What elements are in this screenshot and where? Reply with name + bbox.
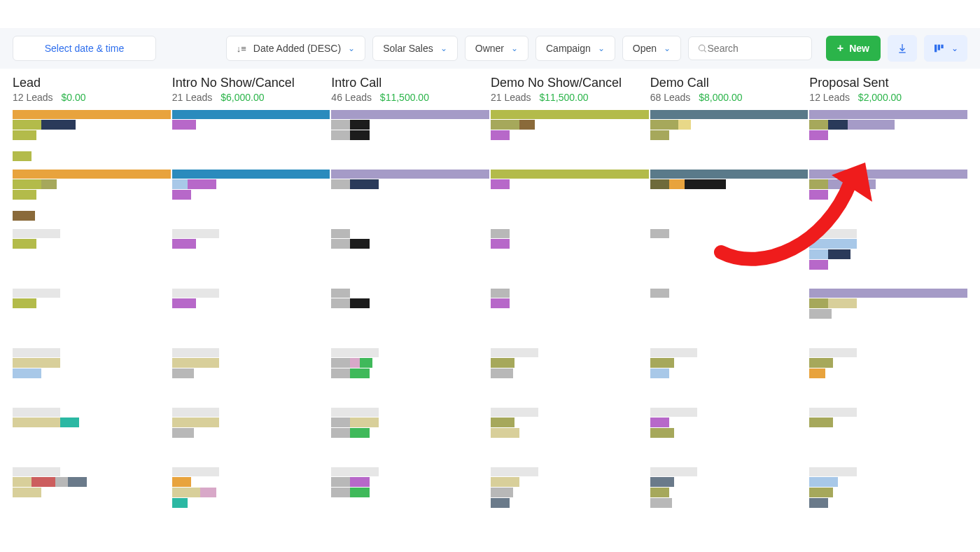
column-meta: 46 Leads $11,500.00 xyxy=(331,92,489,103)
column-meta: 12 Leads $0.00 xyxy=(13,92,171,103)
lead-card[interactable] xyxy=(809,110,967,169)
column-count: 21 Leads xyxy=(491,92,531,103)
lead-card[interactable] xyxy=(331,289,489,347)
lead-card[interactable] xyxy=(331,229,489,288)
search-input-wrap[interactable] xyxy=(688,36,812,60)
kanban-column: Demo Call 68 Leads $8,000.00 xyxy=(650,71,808,527)
status-label: Open xyxy=(633,43,657,54)
lead-card[interactable] xyxy=(172,467,330,526)
lead-card[interactable] xyxy=(650,229,808,288)
owner-label: Owner xyxy=(475,43,504,54)
column-header: Proposal Sent 12 Leads $2,000.00 xyxy=(809,71,967,104)
plus-icon: + xyxy=(837,43,844,54)
lead-card[interactable] xyxy=(172,229,330,288)
column-cards xyxy=(13,110,171,526)
lead-card[interactable] xyxy=(331,348,489,407)
download-icon xyxy=(897,43,908,54)
owner-dropdown[interactable]: Owner ⌄ xyxy=(465,36,528,61)
campaign-dropdown[interactable]: Campaign ⌄ xyxy=(536,36,615,61)
lead-card[interactable] xyxy=(809,229,967,288)
lead-card[interactable] xyxy=(331,467,489,526)
lead-card[interactable] xyxy=(491,289,649,347)
download-button[interactable] xyxy=(888,35,917,62)
lead-card[interactable] xyxy=(809,289,967,347)
new-button[interactable]: + New xyxy=(826,36,881,61)
lead-card[interactable] xyxy=(13,289,171,347)
search-input[interactable] xyxy=(708,43,803,54)
column-value: $11,500.00 xyxy=(540,92,589,103)
lead-card[interactable] xyxy=(172,408,330,467)
lead-card[interactable] xyxy=(331,110,489,169)
lead-card[interactable] xyxy=(650,170,808,228)
column-value: $0.00 xyxy=(62,92,86,103)
lead-card[interactable] xyxy=(491,110,649,169)
lead-card[interactable] xyxy=(13,348,171,407)
column-value: $2,000.00 xyxy=(858,92,902,103)
column-cards xyxy=(491,110,649,526)
lead-card[interactable] xyxy=(13,229,171,288)
column-header: Lead 12 Leads $0.00 xyxy=(13,71,171,104)
sort-dropdown[interactable]: ↓≡ Date Added (DESC) ⌄ xyxy=(226,36,365,61)
column-count: 46 Leads xyxy=(331,92,372,103)
sort-label: Date Added (DESC) xyxy=(253,43,341,54)
lead-card[interactable] xyxy=(650,467,808,526)
kanban-column: Proposal Sent 12 Leads $2,000.00 xyxy=(809,71,967,527)
pipeline-dropdown[interactable]: Solar Sales ⌄ xyxy=(372,36,458,61)
lead-card[interactable] xyxy=(491,348,649,407)
status-dropdown[interactable]: Open ⌄ xyxy=(622,36,681,61)
lead-card[interactable] xyxy=(13,408,171,467)
svg-rect-3 xyxy=(938,45,940,50)
lead-card[interactable] xyxy=(331,408,489,467)
lead-card[interactable] xyxy=(650,110,808,169)
lead-card[interactable] xyxy=(172,110,330,169)
column-cards xyxy=(809,110,967,526)
column-header: Intro No Show/Cancel 21 Leads $6,000.00 xyxy=(172,71,330,104)
lead-card[interactable] xyxy=(809,408,967,467)
top-spacer xyxy=(0,0,980,28)
chevron-down-icon: ⌄ xyxy=(664,43,671,53)
lead-card[interactable] xyxy=(650,348,808,407)
lead-card[interactable] xyxy=(13,467,171,526)
column-title: Demo Call xyxy=(650,76,808,90)
campaign-label: Campaign xyxy=(546,43,591,54)
lead-card[interactable] xyxy=(491,170,649,228)
chevron-down-icon: ⌄ xyxy=(951,43,958,53)
search-icon xyxy=(697,43,707,54)
lead-card[interactable] xyxy=(172,289,330,347)
date-range-button[interactable]: Select date & time xyxy=(13,36,156,61)
column-header: Intro Call 46 Leads $11,500.00 xyxy=(331,71,489,104)
column-header: Demo No Show/Cancel 21 Leads $11,500.00 xyxy=(491,71,649,104)
lead-card[interactable] xyxy=(809,467,967,526)
column-value: $6,000.00 xyxy=(220,92,264,103)
kanban-column: Intro No Show/Cancel 21 Leads $6,000.00 xyxy=(172,71,330,527)
column-cards xyxy=(172,110,330,526)
view-toggle-button[interactable]: ⌄ xyxy=(924,35,967,62)
column-meta: 21 Leads $6,000.00 xyxy=(172,92,330,103)
chevron-down-icon: ⌄ xyxy=(440,43,447,53)
column-value: $11,500.00 xyxy=(380,92,429,103)
toolbar: Select date & time ↓≡ Date Added (DESC) … xyxy=(0,28,980,69)
lead-card[interactable] xyxy=(13,110,171,169)
lead-card[interactable] xyxy=(650,408,808,467)
new-label: New xyxy=(849,43,869,54)
kanban-column: Demo No Show/Cancel 21 Leads $11,500.00 xyxy=(491,71,649,527)
svg-rect-4 xyxy=(941,45,943,48)
lead-card[interactable] xyxy=(650,289,808,347)
lead-card[interactable] xyxy=(491,408,649,467)
column-meta: 21 Leads $11,500.00 xyxy=(491,92,649,103)
column-count: 12 Leads xyxy=(809,92,850,103)
lead-card[interactable] xyxy=(809,348,967,407)
svg-point-0 xyxy=(699,45,704,50)
column-header: Demo Call 68 Leads $8,000.00 xyxy=(650,71,808,104)
lead-card[interactable] xyxy=(331,170,489,228)
lead-card[interactable] xyxy=(491,467,649,526)
column-title: Demo No Show/Cancel xyxy=(491,76,649,90)
lead-card[interactable] xyxy=(491,229,649,288)
lead-card[interactable] xyxy=(172,348,330,407)
pipeline-label: Solar Sales xyxy=(383,43,433,54)
lead-card[interactable] xyxy=(13,170,171,228)
lead-card[interactable] xyxy=(809,170,967,228)
lead-card[interactable] xyxy=(172,170,330,228)
chevron-down-icon: ⌄ xyxy=(598,43,605,53)
column-count: 68 Leads xyxy=(650,92,691,103)
